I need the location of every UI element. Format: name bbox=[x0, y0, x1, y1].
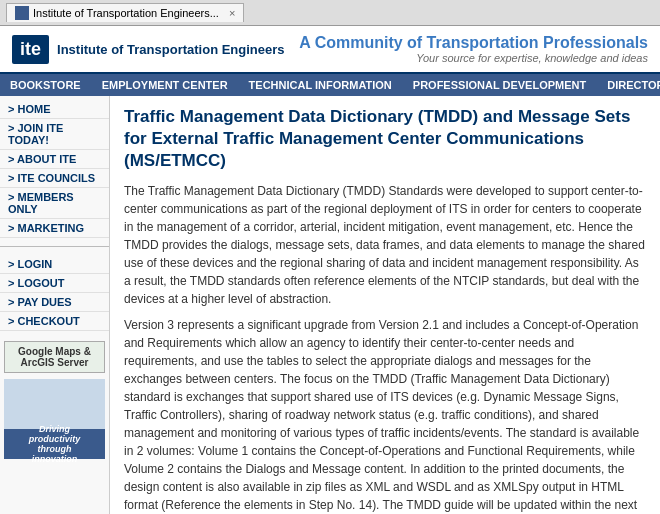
sidebar-item-councils[interactable]: > ITE COUNCILS bbox=[0, 169, 109, 188]
sidebar-item-pay-dues[interactable]: > PAY DUES bbox=[0, 293, 109, 312]
tagline-area: A Community of Transportation Profession… bbox=[299, 34, 648, 64]
tagline-sub: Your source for expertise, knowledge and… bbox=[299, 52, 648, 64]
nav-technical[interactable]: TECHNICAL INFORMATION bbox=[239, 74, 402, 96]
sidebar-item-login[interactable]: > LOGIN bbox=[0, 255, 109, 274]
nav-employment[interactable]: EMPLOYMENT CENTER bbox=[92, 74, 238, 96]
sidebar-item-join[interactable]: > JOIN ITE TODAY! bbox=[0, 119, 109, 150]
site-header: ite Institute of Transportation Engineer… bbox=[0, 26, 660, 74]
page-title: Traffic Management Data Dictionary (TMDD… bbox=[124, 106, 646, 172]
logo-area: ite Institute of Transportation Engineer… bbox=[12, 35, 285, 64]
org-name: Institute of Transportation Engineers bbox=[57, 42, 285, 57]
sidebar-secondary-nav: > LOGIN > LOGOUT > PAY DUES > CHECKOUT bbox=[0, 251, 109, 335]
google-maps-box[interactable]: Google Maps &ArcGIS Server bbox=[4, 341, 105, 373]
sidebar-item-logout[interactable]: > LOGOUT bbox=[0, 274, 109, 293]
nav-directories[interactable]: DIRECTORIES bbox=[597, 74, 660, 96]
tab-favicon bbox=[15, 6, 29, 20]
google-maps-label: Google Maps &ArcGIS Server bbox=[9, 346, 100, 368]
tagline-main: A Community of Transportation Profession… bbox=[299, 34, 648, 52]
browser-tab[interactable]: Institute of Transportation Engineers...… bbox=[6, 3, 244, 22]
sidebar-item-home[interactable]: > HOME bbox=[0, 100, 109, 119]
nav-bar: BOOKSTORE EMPLOYMENT CENTER TECHNICAL IN… bbox=[0, 74, 660, 96]
content-area: Traffic Management Data Dictionary (TMDD… bbox=[110, 96, 660, 514]
nav-professional[interactable]: PROFESSIONAL DEVELOPMENT bbox=[403, 74, 596, 96]
driving-text: Drivingproductivitythroughinnovation bbox=[29, 424, 81, 464]
sidebar-item-marketing[interactable]: > MARKETING bbox=[0, 219, 109, 238]
browser-chrome: Institute of Transportation Engineers...… bbox=[0, 0, 660, 26]
sidebar-item-checkout[interactable]: > CHECKOUT bbox=[0, 312, 109, 331]
sidebar: > HOME > JOIN ITE TODAY! > ABOUT ITE > I… bbox=[0, 96, 110, 514]
paragraph-2: Version 3 represents a significant upgra… bbox=[124, 316, 646, 514]
main-layout: > HOME > JOIN ITE TODAY! > ABOUT ITE > I… bbox=[0, 96, 660, 514]
sidebar-divider bbox=[0, 246, 109, 247]
sidebar-primary-nav: > HOME > JOIN ITE TODAY! > ABOUT ITE > I… bbox=[0, 96, 109, 242]
tab-label: Institute of Transportation Engineers... bbox=[33, 7, 219, 19]
tab-close[interactable]: × bbox=[229, 7, 235, 19]
paragraph-1: The Traffic Management Data Dictionary (… bbox=[124, 182, 646, 308]
logo-badge[interactable]: ite bbox=[12, 35, 49, 64]
sidebar-item-about[interactable]: > ABOUT ITE bbox=[0, 150, 109, 169]
sidebar-item-members[interactable]: > MEMBERS ONLY bbox=[0, 188, 109, 219]
nav-bookstore[interactable]: BOOKSTORE bbox=[0, 74, 91, 96]
sidebar-image: Drivingproductivitythroughinnovation bbox=[4, 379, 105, 459]
